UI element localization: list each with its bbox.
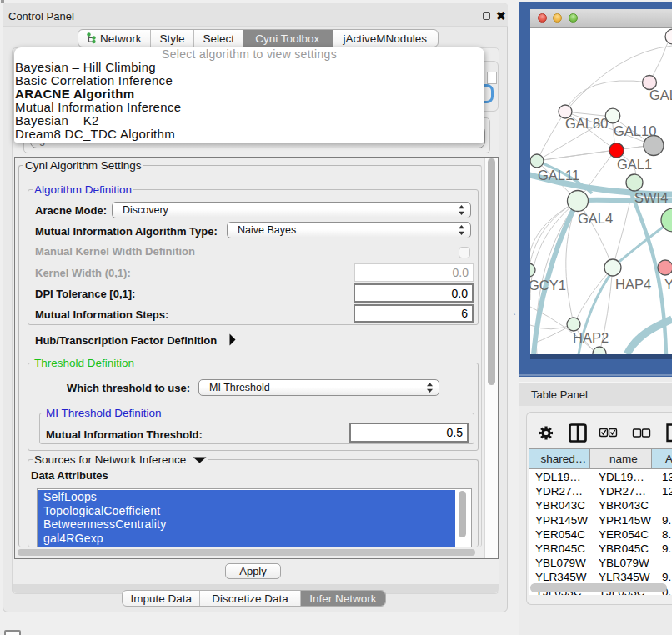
svg-text:HAP4: HAP4 — [615, 277, 651, 292]
svg-text:GAL4: GAL4 — [578, 211, 613, 226]
svg-text:SWI4: SWI4 — [634, 190, 668, 205]
svg-text:GCY1: GCY1 — [530, 278, 566, 292]
svg-text:GAL11: GAL11 — [538, 168, 579, 182]
svg-text:GAL: GAL — [649, 88, 672, 102]
svg-text:GAL10: GAL10 — [614, 123, 656, 138]
svg-text:HAP2: HAP2 — [573, 330, 609, 345]
svg-text:Y: Y — [664, 277, 672, 292]
svg-text:GAL1: GAL1 — [617, 157, 652, 172]
svg-text:GAL80: GAL80 — [565, 116, 608, 131]
